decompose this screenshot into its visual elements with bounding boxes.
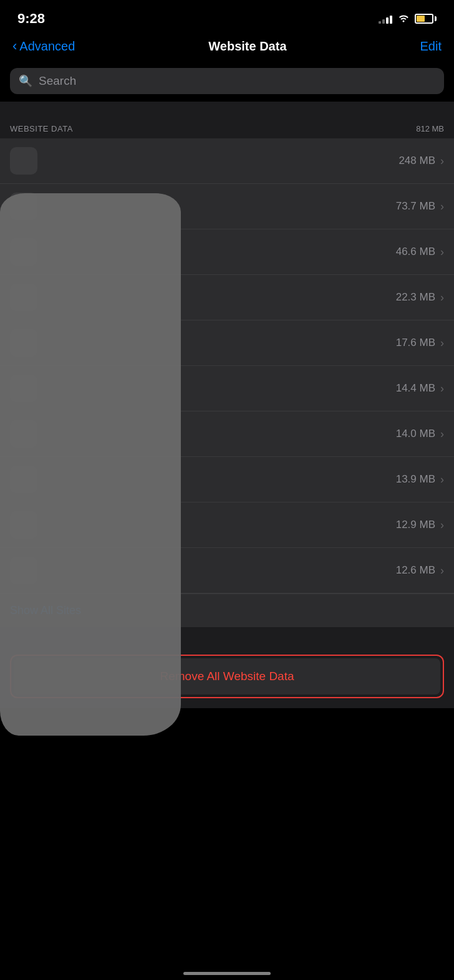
table-row[interactable]: 248 MB › <box>0 138 454 184</box>
edit-button[interactable]: Edit <box>420 39 442 54</box>
site-size: 46.6 MB <box>385 246 435 258</box>
chevron-right-icon: › <box>440 246 444 259</box>
section-gap <box>0 102 454 119</box>
chevron-right-icon: › <box>440 200 444 213</box>
data-list: WEBSITE DATA 812 MB 248 MB › 73.7 MB › 4… <box>0 119 454 627</box>
site-size: 248 MB <box>385 155 435 167</box>
home-indicator <box>183 972 271 975</box>
status-bar: 9:28 <box>0 0 454 34</box>
search-input[interactable]: Search <box>39 74 76 88</box>
site-size: 14.0 MB <box>385 428 435 440</box>
site-size: 14.4 MB <box>385 382 435 395</box>
site-size: 12.6 MB <box>385 564 435 577</box>
chevron-right-icon: › <box>440 428 444 441</box>
nav-bar: ‹ Advanced Website Data Edit <box>0 34 454 63</box>
page-title: Website Data <box>208 39 286 54</box>
chevron-right-icon: › <box>440 337 444 350</box>
search-bar[interactable]: 🔍 Search <box>10 68 444 94</box>
section-label: WEBSITE DATA <box>10 124 73 133</box>
site-size: 13.9 MB <box>385 473 435 486</box>
site-size: 17.6 MB <box>385 337 435 349</box>
total-size: 812 MB <box>416 124 444 133</box>
chevron-right-icon: › <box>440 155 444 168</box>
chevron-right-icon: › <box>440 382 444 395</box>
chevron-right-icon: › <box>440 564 444 577</box>
data-list-header: WEBSITE DATA 812 MB <box>0 119 454 138</box>
site-size: 12.9 MB <box>385 519 435 531</box>
chevron-left-icon: ‹ <box>12 38 17 54</box>
wifi-icon <box>397 12 410 25</box>
site-icon <box>10 147 37 175</box>
chevron-right-icon: › <box>440 519 444 532</box>
row-left <box>10 147 385 175</box>
site-size: 22.3 MB <box>385 291 435 304</box>
battery-icon <box>415 14 437 24</box>
status-icons <box>379 12 437 25</box>
chevron-right-icon: › <box>440 473 444 486</box>
back-label: Advanced <box>19 39 75 54</box>
signal-icon <box>379 14 392 24</box>
back-button[interactable]: ‹ Advanced <box>12 39 75 54</box>
search-icon: 🔍 <box>19 74 32 88</box>
privacy-overlay <box>0 193 181 736</box>
chevron-right-icon: › <box>440 291 444 304</box>
search-container: 🔍 Search <box>0 63 454 102</box>
site-size: 73.7 MB <box>385 200 435 213</box>
status-time: 9:28 <box>17 11 45 27</box>
